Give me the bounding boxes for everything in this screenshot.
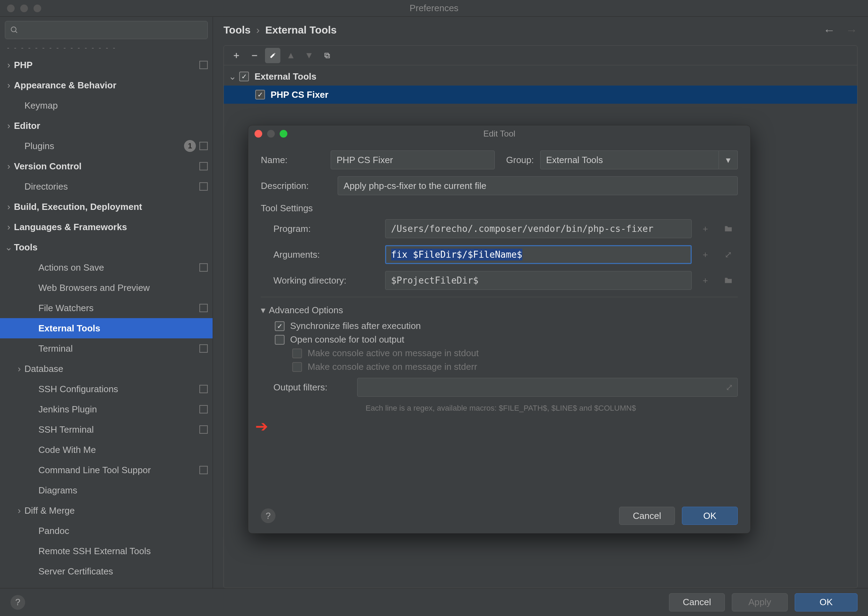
project-scope-icon	[199, 182, 208, 191]
chevron-icon: ›	[3, 80, 14, 91]
sidebar-item[interactable]: ›Languages & Frameworks	[0, 217, 213, 237]
sidebar-item[interactable]: Remote SSH External Tools	[0, 541, 213, 561]
ok-button[interactable]: OK	[795, 593, 857, 611]
sidebar-item[interactable]: Web Browsers and Preview	[0, 278, 213, 298]
project-scope-icon	[199, 385, 208, 393]
insert-macro-icon[interactable]: +	[696, 271, 715, 290]
sidebar-item[interactable]: Server Certificates	[0, 561, 213, 581]
sidebar-item[interactable]: ›PHP	[0, 55, 213, 75]
sidebar-item[interactable]: ›Version Control	[0, 156, 213, 176]
sidebar-item[interactable]: Command Line Tool Suppor	[0, 460, 213, 480]
workdir-field[interactable]: $ProjectFileDir$	[385, 271, 692, 290]
description-field[interactable]: Apply php-cs-fixer to the current file	[337, 176, 738, 195]
sidebar-item[interactable]: Directories	[0, 176, 213, 196]
sidebar-item[interactable]: ›Database	[0, 358, 213, 379]
advanced-options-header[interactable]: ▾ Advanced Options	[261, 297, 738, 316]
sidebar-item[interactable]: Actions on Save	[0, 258, 213, 278]
sidebar-item[interactable]: SSH Terminal	[0, 420, 213, 440]
browse-folder-icon[interactable]	[719, 219, 738, 238]
sidebar-item[interactable]: File Watchers	[0, 298, 213, 318]
project-scope-icon	[199, 61, 208, 69]
description-label: Description:	[261, 181, 337, 192]
project-scope-icon	[199, 466, 208, 474]
sidebar-item-label: Keymap	[24, 100, 208, 111]
sidebar-item[interactable]: Diagrams	[0, 480, 213, 500]
dialog-cancel-button[interactable]: Cancel	[619, 507, 675, 525]
svg-point-0	[11, 27, 16, 32]
insert-macro-icon[interactable]: +	[696, 245, 715, 264]
advanced-options-label: Advanced Options	[269, 305, 343, 316]
sidebar-item-label: Remote SSH External Tools	[38, 546, 208, 556]
open-console-check-row[interactable]: Open console for tool output	[261, 334, 738, 345]
sidebar-item-label: Editor	[14, 121, 208, 131]
move-up-button: ▲	[283, 48, 298, 63]
sidebar-item[interactable]: SSH Configurations	[0, 379, 213, 399]
group-dropdown-button[interactable]: ▾	[719, 151, 738, 170]
project-scope-icon	[199, 162, 208, 170]
tools-group-row[interactable]: ⌄ External Tools	[224, 68, 857, 86]
sidebar-item[interactable]: ›Appearance & Behavior	[0, 75, 213, 95]
group-field[interactable]: External Tools	[540, 151, 719, 170]
group-checkbox[interactable]	[239, 72, 249, 82]
sidebar-item-label: Database	[24, 363, 208, 374]
sync-checkbox[interactable]	[275, 321, 284, 331]
sidebar-item[interactable]: ›Diff & Merge	[0, 500, 213, 521]
sidebar-item[interactable]: ›Editor	[0, 116, 213, 136]
group-label: Group:	[495, 155, 540, 165]
sidebar-item[interactable]: Plugins1	[0, 136, 213, 156]
remove-button[interactable]	[247, 48, 262, 63]
dialog-ok-button[interactable]: OK	[682, 507, 738, 525]
apply-button: Apply	[732, 593, 788, 611]
sidebar-item[interactable]: ›Build, Execution, Deployment	[0, 196, 213, 217]
help-button[interactable]: ?	[261, 508, 275, 523]
sidebar-item[interactable]: Code With Me	[0, 440, 213, 460]
cancel-button[interactable]: Cancel	[669, 593, 725, 611]
tools-item-row[interactable]: PHP CS Fixer	[224, 86, 857, 104]
window-titlebar: Preferences	[0, 0, 868, 17]
traffic-max-icon[interactable]	[33, 5, 41, 12]
sidebar-item[interactable]: Jenkins Plugin	[0, 399, 213, 420]
move-down-button: ▼	[301, 48, 317, 63]
stderr-check-row: Make console active on message in stderr	[261, 361, 738, 372]
sync-check-row[interactable]: Synchronize files after execution	[261, 321, 738, 332]
sidebar-item[interactable]: ⌄Tools	[0, 237, 213, 258]
tools-list[interactable]: ⌄ External Tools PHP CS Fixer	[224, 65, 857, 106]
name-field[interactable]: PHP CS Fixer	[331, 151, 495, 170]
output-filters-label: Output filters:	[273, 382, 357, 393]
nav-back-icon[interactable]: ←	[823, 24, 835, 37]
expand-icon[interactable]: ⤢	[725, 382, 733, 393]
sidebar-item[interactable]: Pandoc	[0, 521, 213, 541]
chevron-icon: ›	[14, 363, 24, 374]
dialog-zoom-icon[interactable]	[280, 130, 287, 138]
sidebar-item-label: Diff & Merge	[24, 505, 208, 516]
name-value: PHP CS Fixer	[337, 155, 393, 165]
copy-button[interactable]	[319, 48, 335, 63]
edit-button[interactable]	[265, 48, 280, 63]
add-button[interactable]	[229, 48, 244, 63]
traffic-min-icon[interactable]	[20, 5, 28, 12]
chevron-down-icon[interactable]: ⌄	[229, 71, 239, 82]
settings-tree[interactable]: ›PHP›Appearance & BehaviorKeymap›EditorP…	[0, 55, 213, 588]
sidebar-item-label: SSH Terminal	[38, 424, 196, 435]
open-console-checkbox[interactable]	[275, 335, 284, 345]
arguments-field[interactable]: fix $FileDir$/$FileName$	[385, 245, 692, 264]
output-filters-field[interactable]: ⤢	[357, 378, 738, 397]
description-value: Apply php-cs-fixer to the current file	[344, 181, 487, 192]
sidebar-item-label: Plugins	[24, 141, 181, 152]
item-checkbox[interactable]	[255, 90, 265, 99]
dialog-close-icon[interactable]	[254, 130, 262, 138]
count-badge: 1	[184, 140, 196, 152]
expand-icon[interactable]: ⤢	[719, 245, 738, 264]
sidebar-item-label: Tools	[14, 242, 208, 253]
sidebar-item[interactable]: Keymap	[0, 95, 213, 116]
item-label: PHP CS Fixer	[271, 90, 328, 100]
sidebar-item[interactable]: External Tools	[0, 318, 213, 338]
search-input[interactable]	[5, 21, 208, 39]
program-field[interactable]: /Users/forecho/.composer/vendor/bin/php-…	[385, 219, 692, 238]
insert-macro-icon[interactable]: +	[696, 219, 715, 238]
sidebar-item[interactable]: Terminal	[0, 338, 213, 358]
help-button[interactable]: ?	[11, 595, 25, 610]
browse-folder-icon[interactable]	[719, 271, 738, 290]
breadcrumb-root[interactable]: Tools	[223, 24, 251, 36]
traffic-close-icon[interactable]	[7, 5, 15, 12]
